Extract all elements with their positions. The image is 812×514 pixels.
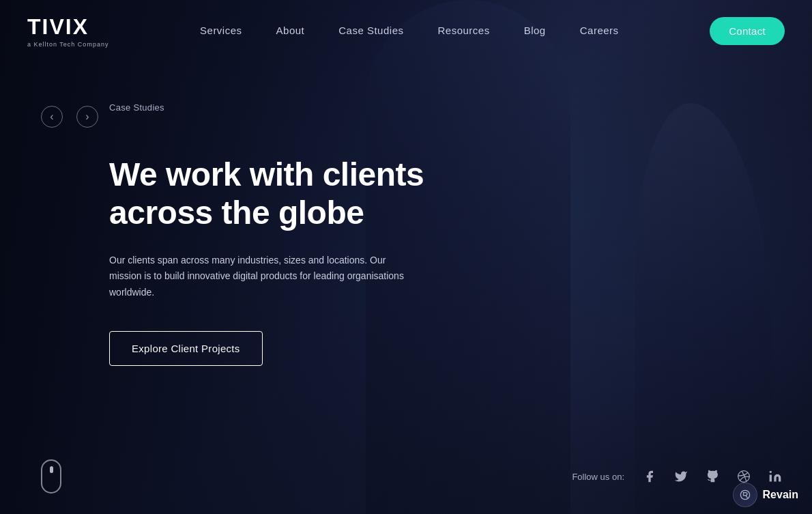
nav-item-blog[interactable]: Blog	[524, 25, 546, 37]
twitter-icon[interactable]	[671, 467, 691, 486]
nav-item-resources[interactable]: Resources	[437, 25, 489, 37]
nav-item-careers[interactable]: Careers	[580, 25, 619, 37]
revain-badge[interactable]: Revain	[733, 483, 798, 507]
contact-button[interactable]: Contact	[710, 17, 785, 45]
follow-label: Follow us on:	[572, 472, 624, 482]
nav-item-services[interactable]: Services	[200, 25, 242, 37]
nav-links: Services About Case Studies Resources Bl…	[200, 25, 619, 37]
explore-button[interactable]: Explore Client Projects	[109, 331, 263, 366]
breadcrumb: Case Studies	[109, 102, 812, 113]
github-icon[interactable]	[703, 467, 722, 486]
revain-label: Revain	[763, 489, 798, 501]
logo-name: TIVIX	[27, 14, 108, 40]
nav-link-resources[interactable]: Resources	[437, 25, 489, 36]
svg-point-1	[770, 471, 772, 473]
logo[interactable]: TIVIX a Kellton Tech Company	[27, 14, 108, 48]
revain-icon	[733, 483, 757, 507]
logo-subtitle: a Kellton Tech Company	[27, 41, 108, 48]
navbar: TIVIX a Kellton Tech Company Services Ab…	[0, 0, 812, 61]
scroll-dot	[50, 466, 53, 473]
nav-link-services[interactable]: Services	[200, 25, 242, 36]
nav-item-case-studies[interactable]: Case Studies	[338, 25, 403, 37]
hero-description: Our clients span across many industries,…	[109, 253, 416, 300]
hero-headline-line1: We work with clients	[109, 157, 812, 193]
hero-headline-line2: across the globe	[109, 193, 812, 233]
scroll-indicator	[41, 459, 61, 494]
nav-link-blog[interactable]: Blog	[524, 25, 546, 36]
nav-link-case-studies[interactable]: Case Studies	[338, 25, 403, 36]
nav-item-about[interactable]: About	[276, 25, 305, 37]
nav-link-about[interactable]: About	[276, 25, 305, 36]
hero-content: Case Studies We work with clients across…	[0, 61, 812, 366]
svg-point-2	[740, 490, 749, 499]
nav-link-careers[interactable]: Careers	[580, 25, 619, 36]
facebook-icon[interactable]	[640, 467, 659, 486]
footer-bar: Follow us on:	[0, 459, 812, 494]
